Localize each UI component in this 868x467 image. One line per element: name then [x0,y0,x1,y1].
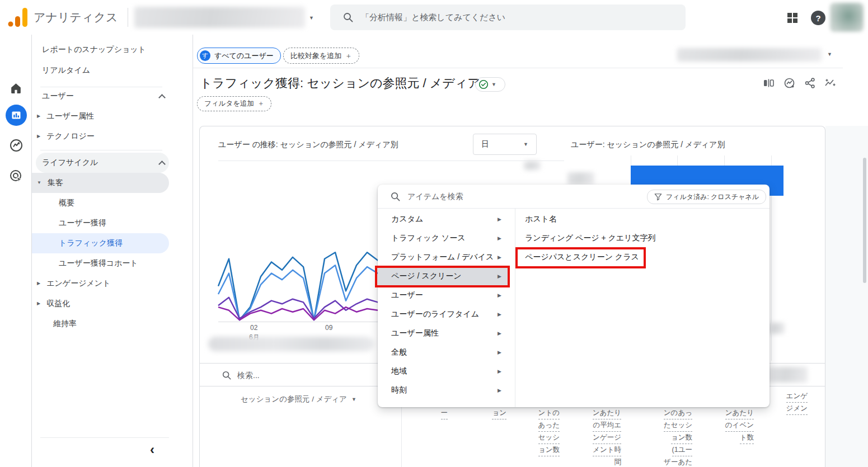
tree-collapsed-icon[interactable]: ▶ [37,134,40,139]
sidebar-item-user-attributes[interactable]: ▶ ユーザー属性 [32,106,169,126]
help-icon[interactable]: ? [811,11,825,25]
add-filter-chip[interactable]: フィルタを追加 ＋ [197,96,271,111]
granularity-select[interactable]: 日 ▼ [473,134,537,155]
product-name[interactable]: アナリティクス [34,10,118,25]
sidebar-item-retention[interactable]: 維持率 [32,314,169,334]
sidebar-item-realtime[interactable]: リアルタイム [32,60,169,81]
tree-collapsed-icon[interactable]: ▶ [37,114,40,119]
table-search-input[interactable]: 検索... [237,371,260,381]
menu-item-user[interactable]: ユーザー ▶ [378,286,515,305]
sparkline-insights-icon[interactable] [824,77,836,89]
menu-item-hostname[interactable]: ホスト名 [515,210,761,229]
sidebar-item-user-acquisition-cohort[interactable]: ユーザー獲得コホート [32,253,169,273]
sidebar-item-user-acquisition[interactable]: ユーザー獲得 [32,213,169,233]
top-header: アナリティクス ▼ 「分析情報」と検索してみてください ? [0,0,868,35]
column-header-users[interactable]: ー [392,407,448,419]
submenu-arrow-icon: ▶ [498,293,501,298]
menu-item-label: プラットフォーム / デバイス [391,252,494,262]
menu-item-geography[interactable]: 地域 ▶ [378,362,515,381]
advertising-icon[interactable] [9,169,24,183]
submenu-arrow-icon: ▶ [498,217,501,222]
menu-item-traffic-source[interactable]: トラフィック ソース ▶ [378,229,515,248]
date-range-caret-icon[interactable]: ▼ [827,52,832,57]
avatar[interactable] [830,3,864,32]
plus-icon: ＋ [345,51,352,61]
column-header-line: メント時 [593,444,621,456]
date-range-selector-blurred[interactable] [677,48,822,62]
table-pagination-blurred[interactable] [768,367,808,383]
menu-item-user-lifetime[interactable]: ユーザーのライフタイム ▶ [378,305,515,324]
menu-item-user-attributes[interactable]: ユーザー属性 ▶ [378,324,515,343]
right-gutter [825,126,868,467]
tree-collapsed-icon[interactable]: ▶ [37,301,40,306]
account-caret-down-icon[interactable]: ▼ [309,16,314,21]
sidebar-item-monetization[interactable]: ▶ 収益化 [32,294,169,314]
menu-item-time[interactable]: 時刻 ▶ [378,381,515,400]
sidebar-label: ライフサイクル [42,158,98,168]
column-header-line: たセッシ [664,419,692,432]
insights-icon[interactable] [783,77,795,89]
column-header-line: ンゲージ [593,432,621,444]
share-icon[interactable] [804,77,816,89]
column-header-engaged-sessions-per-user[interactable]: ンのあったセッション数(1ユーザーあたり) [636,407,692,467]
reports-icon-active[interactable] [6,105,27,126]
sidebar-item-traffic-acquisition[interactable]: トラフィック獲得 [32,233,169,253]
funnel-icon [654,193,662,201]
sidebar-section-user[interactable]: ユーザー [32,86,169,106]
ga4-app-window: アナリティクス ▼ 「分析情報」と検索してみてください ? [0,0,868,467]
column-header-sessions[interactable]: ョン [451,407,506,419]
dimension-header[interactable]: セッションの参照元 / メディア ▼ [241,394,356,404]
all-users-chip[interactable]: す すべてのユーザー [197,48,281,64]
add-comparison-chip[interactable]: 比較対象を追加 ＋ [283,48,359,64]
collapse-nav-icon[interactable]: ‹ [150,442,154,457]
compare-reports-icon[interactable] [763,77,775,89]
sidebar-item-engagement[interactable]: ▶ エンゲージメント [32,273,169,294]
granularity-caret-icon: ▼ [523,142,528,147]
column-header-line: エンゲ [786,390,808,403]
column-header-line: ザーあた [664,456,692,467]
collapse-chevron-up-icon[interactable] [158,94,166,101]
menu-item-label: 地域 [391,366,407,376]
analytics-logo-icon[interactable] [7,7,29,28]
search-icon [342,12,354,23]
x-tick-02: 02 [250,324,257,332]
menu-filter-chip[interactable]: フィルタ済み: クロスチャネル [647,190,766,204]
home-icon[interactable] [9,81,23,95]
menu-item-platform-device[interactable]: プラットフォーム / デバイス ▶ [378,248,515,267]
sidebar-item-acquisition[interactable]: ▼ 集客 [32,173,169,193]
tree-collapsed-icon[interactable]: ▶ [37,281,40,286]
sidebar-item-overview[interactable]: 概要 [32,193,169,213]
sidebar-label: ユーザー獲得 [59,218,106,228]
submenu-arrow-icon: ▶ [498,236,501,241]
tree-expanded-icon[interactable]: ▼ [37,181,41,185]
column-header-engaged-sessions[interactable]: ントのあったセッション数 [504,407,560,456]
bar-chart-title: ユーザー: セッションの参照元 / メディア別 [571,140,725,150]
menu-item-landing-page-query[interactable]: ランディング ページ + クエリ文字列 [515,229,761,248]
column-header-line: ョン数 [538,444,560,456]
sidebar-label: 概要 [59,198,74,208]
toolbar-divider [193,68,843,68]
sidebar-label: 収益化 [46,299,70,309]
menu-item-label: トラフィック ソース [391,233,466,243]
column-header-line: 間 [614,456,622,467]
menu-item-general[interactable]: 全般 ▶ [378,343,515,362]
menu-divider [378,208,770,209]
account-selector-blurred[interactable] [134,7,305,28]
sidebar-item-report-snapshot[interactable]: レポートのスナップショット [32,40,169,60]
explore-icon[interactable] [9,138,24,153]
scrollbar-thumb[interactable] [863,158,866,283]
apps-grid-icon[interactable] [786,12,799,24]
sidebar-item-technology[interactable]: ▶ テクノロジー [32,126,169,147]
menu-item-label: 全般 [391,347,407,357]
quality-caret-icon: ▼ [491,82,496,87]
collapse-chevron-up-icon[interactable] [158,161,166,168]
column-header-avg-engagement-time[interactable]: ンあたりの平均エンゲージメント時間 [565,407,621,467]
global-search-bar[interactable]: 「分析情報」と検索してみてください [330,4,686,30]
menu-search-input[interactable]: アイテムを検索 [407,192,463,202]
menu-item-custom[interactable]: カスタム ▶ [378,210,515,229]
sidebar-section-lifecycle[interactable]: ライフサイクル [32,153,169,173]
dimension-header-label: セッションの参照元 / メディア [241,394,347,404]
report-quality-pill[interactable]: ▼ [475,77,505,92]
column-header-events-per-session[interactable]: ンあたりのイベント数 [698,407,754,444]
submenu-arrow-icon: ▶ [498,369,501,374]
